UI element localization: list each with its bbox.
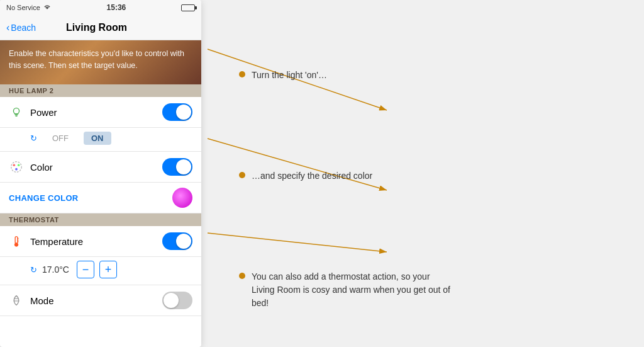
color-label: Color bbox=[30, 162, 162, 173]
temp-increase-button[interactable]: + bbox=[99, 261, 117, 278]
temperature-sub-row: ↻ 17.0°C − + bbox=[0, 257, 201, 285]
mode-icon bbox=[9, 293, 24, 308]
hero-area: Enable the characteristics you'd like to… bbox=[0, 40, 201, 84]
color-row: Color bbox=[0, 152, 201, 183]
on-button[interactable]: ON bbox=[84, 132, 111, 145]
svg-line-15 bbox=[208, 233, 387, 252]
power-toggle[interactable] bbox=[162, 103, 192, 121]
back-button[interactable]: ‹ Beach bbox=[6, 22, 36, 33]
time-display: 15:36 bbox=[107, 3, 126, 12]
temp-refresh-icon: ↻ bbox=[30, 265, 37, 275]
annotation-2-dot bbox=[239, 172, 245, 178]
svg-point-4 bbox=[15, 168, 18, 171]
temp-decrease-button[interactable]: − bbox=[77, 261, 94, 278]
status-right bbox=[181, 4, 195, 11]
mode-label: Mode bbox=[30, 295, 162, 306]
annotation-3-text: You can also add a thermostat action, so… bbox=[252, 270, 453, 310]
color-picker-button[interactable] bbox=[172, 188, 192, 208]
thermostat-header: THERMOSTAT bbox=[0, 213, 201, 226]
bulb-icon bbox=[9, 105, 24, 120]
power-label: Power bbox=[30, 107, 162, 118]
annotation-2-text: …and specify the desired color bbox=[252, 169, 372, 183]
wifi-icon bbox=[43, 4, 52, 11]
nav-bar: ‹ Beach Living Room bbox=[0, 15, 201, 40]
battery-icon bbox=[181, 4, 195, 11]
temp-unit: °C bbox=[59, 265, 69, 275]
annotations-panel: Turn the light 'on'… …and specify the de… bbox=[201, 0, 644, 347]
annotation-1: Turn the light 'on'… bbox=[239, 69, 631, 82]
annotation-1-dot bbox=[239, 71, 245, 77]
off-button[interactable]: OFF bbox=[45, 132, 76, 145]
no-service-text: No Service bbox=[6, 4, 40, 11]
svg-rect-5 bbox=[15, 237, 18, 244]
svg-point-0 bbox=[13, 108, 19, 114]
hero-text: Enable the characteristics you'd like to… bbox=[9, 48, 192, 72]
annotation-2: …and specify the desired color bbox=[239, 169, 631, 183]
svg-point-2 bbox=[13, 164, 16, 166]
change-color-label[interactable]: CHANGE COLOR bbox=[9, 193, 172, 203]
temp-value: 17.0°C bbox=[42, 265, 69, 275]
power-row: Power bbox=[0, 97, 201, 128]
back-chevron-icon: ‹ bbox=[6, 22, 9, 33]
mode-toggle-knob bbox=[164, 293, 179, 308]
temperature-toggle[interactable] bbox=[162, 232, 192, 250]
svg-point-6 bbox=[14, 243, 18, 247]
temperature-toggle-knob bbox=[176, 234, 191, 249]
annotation-3-dot bbox=[239, 273, 245, 279]
annotation-3: You can also add a thermostat action, so… bbox=[239, 270, 631, 310]
back-label: Beach bbox=[11, 23, 36, 33]
color-toggle[interactable] bbox=[162, 158, 192, 176]
refresh-icon: ↻ bbox=[30, 134, 37, 143]
power-sub-row: ↻ OFF ON bbox=[0, 128, 201, 152]
thermometer-icon bbox=[9, 234, 24, 249]
status-left: No Service bbox=[6, 4, 52, 11]
status-bar: No Service 15:36 bbox=[0, 0, 201, 15]
phone-frame: No Service 15:36 ‹ Beach Living Room Ena… bbox=[0, 0, 201, 347]
mode-row: Mode bbox=[0, 285, 201, 316]
svg-point-3 bbox=[18, 164, 20, 166]
main-layout: No Service 15:36 ‹ Beach Living Room Ena… bbox=[0, 0, 644, 347]
temp-number: 17.0 bbox=[42, 265, 59, 275]
color-wheel-icon bbox=[9, 159, 24, 174]
hue-lamp-header: HUE LAMP 2 bbox=[0, 84, 201, 97]
change-color-row: CHANGE COLOR bbox=[0, 183, 201, 213]
temperature-label: Temperature bbox=[30, 236, 162, 247]
toggle-knob bbox=[176, 105, 191, 120]
mode-toggle[interactable] bbox=[162, 292, 192, 309]
temperature-row: Temperature bbox=[0, 226, 201, 257]
annotation-1-text: Turn the light 'on'… bbox=[252, 69, 327, 82]
svg-point-1 bbox=[11, 162, 22, 173]
nav-title: Living Room bbox=[36, 22, 157, 33]
color-toggle-knob bbox=[176, 159, 191, 174]
